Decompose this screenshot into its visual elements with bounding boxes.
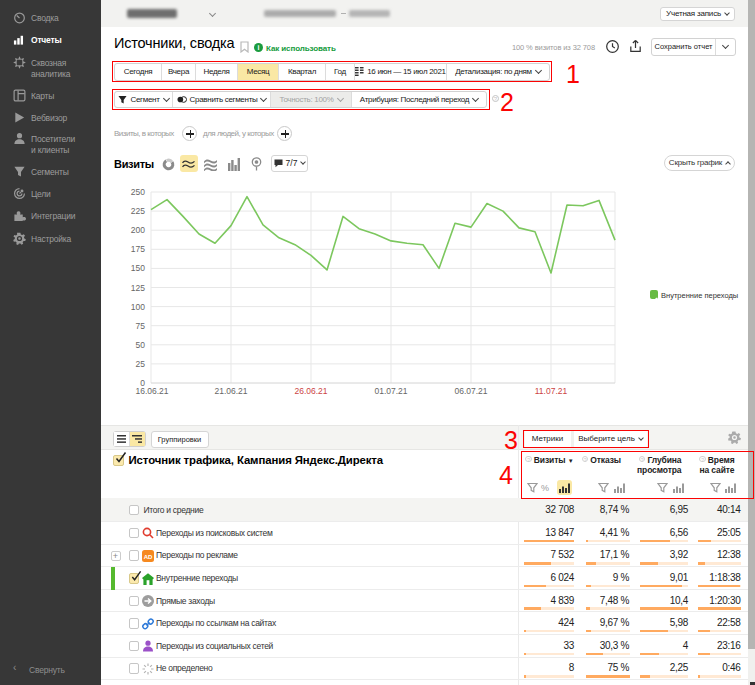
svg-text:AD: AD [144,553,153,559]
svg-text:150: 150 [131,263,145,273]
svg-text:100: 100 [131,302,145,312]
svg-text:250: 250 [131,187,145,197]
svg-text:25: 25 [136,359,146,369]
svg-text:200: 200 [131,225,145,235]
svg-text:175: 175 [131,244,145,254]
svg-text:225: 225 [131,206,145,216]
svg-text:01.07.21: 01.07.21 [374,386,407,396]
svg-text:125: 125 [131,283,145,293]
svg-text:75: 75 [136,321,146,331]
svg-text:16.06.21: 16.06.21 [135,386,168,396]
svg-text:21.06.21: 21.06.21 [214,386,247,396]
svg-text:26.06.21: 26.06.21 [294,386,327,396]
svg-text:50: 50 [136,340,146,350]
svg-text:06.07.21: 06.07.21 [454,386,487,396]
svg-text:11.07.21: 11.07.21 [535,386,568,396]
